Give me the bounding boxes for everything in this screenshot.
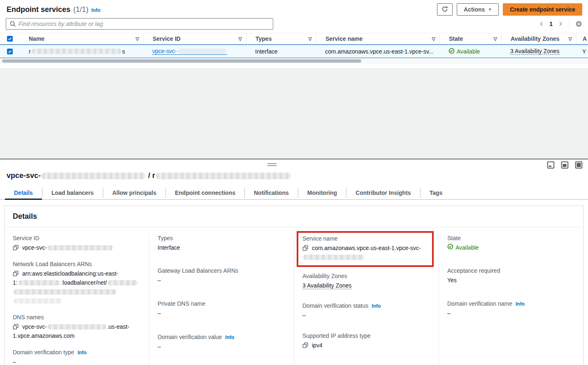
scrollbar-thumb[interactable]	[2, 59, 361, 63]
field-label: Private DNS name	[158, 300, 286, 307]
field-label: Gateway Load Balancers ARNs	[158, 267, 286, 274]
tab-load-balancers[interactable]: Load balancers	[42, 186, 103, 199]
copy-icon[interactable]	[13, 324, 19, 330]
status-available-icon	[447, 243, 453, 252]
field-label: Domain verification name	[447, 300, 512, 307]
info-link[interactable]: Info	[91, 7, 100, 13]
status-available-icon	[449, 48, 455, 55]
details-heading: Details	[5, 206, 583, 227]
field-label: State	[447, 235, 575, 241]
info-link[interactable]: Info	[372, 303, 381, 309]
field-value: Interface	[158, 243, 286, 252]
tab-monitoring[interactable]: Monitoring	[298, 186, 346, 199]
select-all-checkbox[interactable]	[7, 36, 13, 42]
redacted-text	[14, 298, 62, 304]
panel-size-full-button[interactable]	[575, 161, 583, 170]
cell-availability-zones: 3 Availability Zones	[501, 45, 576, 58]
details-column-2: Types Interface Gateway Load Balancers A…	[149, 235, 294, 365]
page-title: Endpoint services	[7, 5, 70, 14]
redacted-text	[303, 255, 364, 260]
details-card: Details Service ID vpce-svc- Network Loa…	[4, 206, 584, 365]
field-value: –	[158, 309, 286, 318]
field-label: Domain verification status	[302, 302, 368, 309]
next-page-button[interactable]	[558, 21, 563, 27]
field-service-name: Service name com.amazonaws.vpce.us-east-…	[302, 235, 428, 262]
cell-service-id: vpce-svc-	[143, 45, 246, 58]
tab-contributor-insights[interactable]: Contributor Insights	[346, 186, 420, 199]
current-page[interactable]: 1	[548, 21, 553, 27]
panel-size-medium-button[interactable]	[561, 161, 569, 170]
info-link[interactable]: Info	[516, 301, 525, 307]
field-service-id: Service ID vpce-svc-	[13, 235, 141, 252]
field-value: vpce-svc-.us-east- 1.vpce.amazonaws.com	[13, 322, 141, 340]
create-endpoint-service-button[interactable]: Create endpoint service	[503, 3, 582, 16]
filter-icon[interactable]: ▽	[432, 36, 435, 42]
field-label: Domain verification value	[158, 334, 222, 340]
column-header-acceptance[interactable]: A	[576, 33, 588, 44]
panel-size-small-button[interactable]	[547, 161, 555, 170]
cell-types: Interface	[246, 45, 316, 58]
details-column-3: Service name com.amazonaws.vpce.us-east-…	[294, 235, 439, 365]
panel-drag-handle[interactable]	[267, 163, 277, 167]
column-header-types[interactable]: Types ▽	[246, 33, 316, 44]
actions-button[interactable]: Actions ▼	[457, 3, 499, 16]
tab-allow-principals[interactable]: Allow principals	[103, 186, 165, 199]
create-label: Create endpoint service	[510, 6, 575, 13]
cell-state: Available	[439, 45, 501, 58]
field-private-dns-name: Private DNS name –	[158, 300, 286, 318]
filter-icon[interactable]: ▽	[494, 36, 497, 42]
filter-icon[interactable]: ▽	[309, 36, 312, 42]
split-panel: vpce-svc- / r Details Load balancers All…	[0, 159, 588, 353]
copy-icon[interactable]	[13, 245, 19, 250]
column-header-service-id[interactable]: Service ID ▽	[143, 33, 246, 44]
field-types: Types Interface	[158, 235, 286, 252]
filter-icon[interactable]: ▽	[569, 36, 572, 42]
filter-bar: 1 ⚙	[0, 17, 588, 33]
redacted-text	[14, 289, 116, 295]
availability-zones-link[interactable]: 3 Availability Zones	[510, 48, 560, 55]
copy-icon[interactable]	[302, 342, 308, 348]
previous-page-button[interactable]	[539, 21, 544, 27]
highlight-box: Service name com.amazonaws.vpce.us-east-…	[297, 231, 434, 267]
tab-endpoint-connections[interactable]: Endpoint connections	[166, 186, 244, 199]
copy-icon[interactable]	[13, 271, 19, 276]
refresh-icon	[442, 6, 448, 14]
page-background	[0, 69, 588, 159]
actions-label: Actions	[464, 6, 485, 13]
field-supported-ip: Supported IP address type ipv4	[302, 332, 430, 350]
field-value: ipv4	[302, 341, 430, 350]
column-header-name[interactable]: Name ▽	[20, 33, 143, 44]
field-domain-verification-value: Domain verification value Info –	[158, 334, 286, 351]
info-link[interactable]: Info	[77, 350, 86, 356]
search-icon	[9, 21, 16, 28]
tab-tags[interactable]: Tags	[421, 186, 452, 199]
redacted-text	[178, 49, 226, 54]
tab-notifications[interactable]: Notifications	[245, 186, 298, 199]
gear-icon[interactable]: ⚙	[575, 20, 582, 28]
info-link[interactable]: Info	[225, 335, 234, 340]
refresh-button[interactable]	[437, 3, 453, 16]
column-header-service-name[interactable]: Service name ▽	[316, 33, 439, 44]
cell-service-name: com.amazonaws.vpce.us-east-1.vpce-sv...	[316, 45, 439, 58]
redacted-text	[48, 245, 113, 250]
redacted-text	[32, 49, 121, 54]
field-acceptance-required: Acceptance required Yes	[447, 267, 575, 285]
availability-zones-link[interactable]: 3 Availability Zones	[302, 282, 352, 289]
field-value: vpce-svc-	[13, 243, 141, 252]
horizontal-scrollbar[interactable]	[0, 58, 588, 63]
redacted-text	[108, 280, 137, 285]
search-input[interactable]	[6, 18, 273, 30]
column-header-availability-zones[interactable]: Availability Zones ▽	[501, 33, 576, 44]
field-value: 3 Availability Zones	[302, 281, 430, 290]
redacted-text	[42, 173, 145, 179]
column-header-state[interactable]: State ▽	[439, 33, 501, 44]
service-id-link[interactable]: vpce-svc-	[152, 48, 227, 55]
row-checkbox[interactable]	[7, 49, 13, 54]
table-row[interactable]: rs vpce-svc- Interface com.amazonaws.vpc…	[0, 44, 588, 58]
filter-icon[interactable]: ▽	[239, 36, 242, 42]
field-label: Supported IP address type	[302, 332, 430, 339]
field-domain-verification-status: Domain verification status Info –	[302, 302, 430, 320]
tab-details[interactable]: Details	[5, 186, 42, 199]
filter-icon[interactable]: ▽	[136, 36, 139, 42]
copy-icon[interactable]	[302, 245, 308, 251]
